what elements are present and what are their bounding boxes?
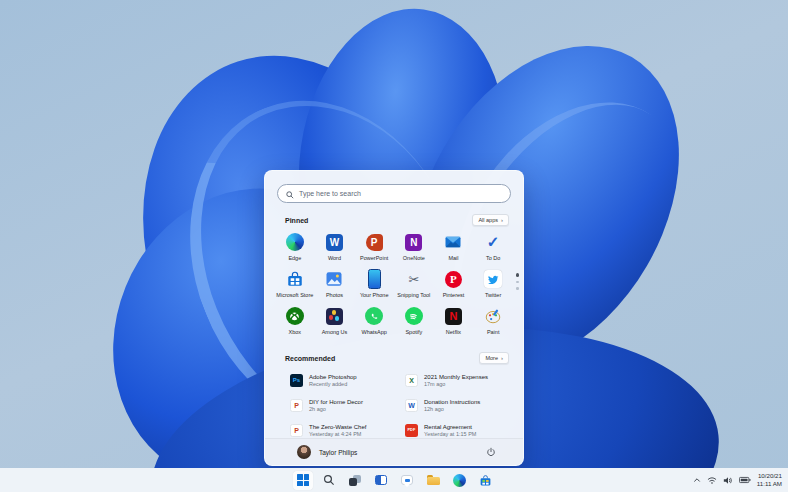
app-tile-powerpoint[interactable]: P PowerPoint [354,230,394,267]
more-button[interactable]: More › [479,352,509,364]
system-tray: 10/20/21 11:11 AM [693,472,782,488]
user-profile-button[interactable]: Taylor Philips [297,445,357,459]
microsoft-store-icon [285,269,305,289]
file-explorer-icon [427,475,440,485]
app-tile-xbox[interactable]: Xbox [275,304,315,341]
word-file-icon: W [405,399,418,412]
taskbar-center [293,471,495,490]
start-menu: Type here to search Pinned All apps › Ed… [264,170,524,466]
excel-file-icon: X [405,374,418,387]
twitter-icon [483,269,503,289]
pdf-file-icon: PDF [405,424,418,437]
task-view-icon [349,475,361,486]
app-tile-microsoft-store[interactable]: Microsoft Store [275,267,315,304]
powerpoint-file-icon: P [290,399,303,412]
tray-time: 11:11 AM [757,480,782,488]
battery-icon[interactable] [739,476,751,484]
app-tile-todo[interactable]: ✓ To Do [473,230,513,267]
taskbar: 10/20/21 11:11 AM [0,468,788,492]
chat-button[interactable] [397,471,417,490]
chevron-right-icon: › [501,217,503,223]
pinterest-icon: P [443,269,463,289]
start-menu-footer: Taylor Philips [265,438,523,465]
app-tile-netflix[interactable]: N Netflix [434,304,474,341]
all-apps-button[interactable]: All apps › [472,214,509,226]
pinned-title: Pinned [285,217,308,224]
chevron-right-icon: › [501,355,503,361]
recommended-title: Recommended [285,355,335,362]
whatsapp-icon [364,306,384,326]
microsoft-store-icon [479,474,492,487]
recommended-item[interactable]: P DIY for Home Decor 2h ago [287,394,398,416]
tray-date: 10/20/21 [757,472,782,480]
task-view-button[interactable] [345,471,365,490]
netflix-icon: N [443,306,463,326]
search-input[interactable]: Type here to search [277,184,511,203]
app-tile-word[interactable]: W Word [315,230,355,267]
app-tile-snipping-tool[interactable]: ✂ Snipping Tool [394,267,434,304]
recommended-grid: Ps Adobe Photoshop Recently added X 2021… [287,369,513,441]
pinned-pagination[interactable] [516,273,520,290]
onenote-icon: N [404,232,424,252]
app-tile-edge[interactable]: Edge [275,230,315,267]
edge-icon [285,232,305,252]
search-icon [286,185,294,203]
user-name: Taylor Philips [319,449,357,456]
powerpoint-icon: P [364,232,384,252]
widgets-button[interactable] [371,471,391,490]
app-tile-among-us[interactable]: Among Us [315,304,355,341]
recommended-item[interactable]: X 2021 Monthly Expenses 17m ago [402,369,513,391]
power-button[interactable] [483,444,499,460]
app-tile-onenote[interactable]: N OneNote [394,230,434,267]
clock[interactable]: 10/20/21 11:11 AM [757,472,782,488]
edge-button[interactable] [449,471,469,490]
your-phone-icon [364,269,384,289]
app-tile-twitter[interactable]: Twitter [473,267,513,304]
taskbar-search-button[interactable] [319,471,339,490]
more-label: More [485,355,498,361]
pinned-grid: Edge W Word P PowerPoint N OneNote Mail … [275,230,513,341]
store-button[interactable] [475,471,495,490]
wifi-icon[interactable] [707,476,717,485]
all-apps-label: All apps [478,217,498,223]
app-tile-pinterest[interactable]: P Pinterest [434,267,474,304]
recommended-header: Recommended More › [285,352,509,364]
search-placeholder: Type here to search [299,190,361,197]
among-us-icon [324,306,344,326]
file-explorer-button[interactable] [423,471,443,490]
app-tile-spotify[interactable]: Spotify [394,304,434,341]
start-button[interactable] [293,471,313,490]
page-dot[interactable] [516,281,519,284]
mail-icon [443,232,463,252]
photoshop-file-icon: Ps [290,374,303,387]
pinned-header: Pinned All apps › [285,214,509,226]
avatar [297,445,311,459]
xbox-icon [285,306,305,326]
powerpoint-file-icon: P [290,424,303,437]
page-dot[interactable] [516,287,519,290]
photos-icon [324,269,344,289]
recommended-item[interactable]: Ps Adobe Photoshop Recently added [287,369,398,391]
volume-icon[interactable] [723,476,733,485]
app-tile-mail[interactable]: Mail [434,230,474,267]
spotify-icon [404,306,424,326]
app-tile-photos[interactable]: Photos [315,267,355,304]
app-tile-paint[interactable]: Paint [473,304,513,341]
search-icon [323,474,335,486]
chat-icon [401,475,413,485]
page-dot-active[interactable] [516,273,520,277]
word-icon: W [324,232,344,252]
recommended-item[interactable]: W Donation Instructions 12h ago [402,394,513,416]
snipping-tool-icon: ✂ [404,269,424,289]
app-tile-whatsapp[interactable]: WhatsApp [354,304,394,341]
windows-logo-icon [297,474,309,486]
todo-icon: ✓ [483,232,503,252]
tray-chevron-up-icon[interactable] [693,476,701,484]
app-tile-your-phone[interactable]: Your Phone [354,267,394,304]
paint-icon [483,306,503,326]
widgets-icon [375,475,387,485]
edge-icon [453,474,466,487]
